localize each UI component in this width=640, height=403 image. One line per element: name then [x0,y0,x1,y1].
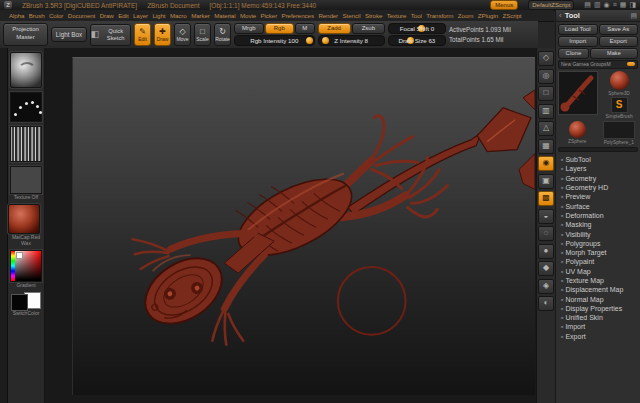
zadd-button[interactable]: Zadd [318,23,351,34]
tool-misc-row[interactable]: New Gamea GroupsM [558,60,638,69]
window-icon[interactable]: ▥ [594,1,601,9]
current-stroke-thumbnail[interactable] [10,92,42,122]
load-tool-button[interactable]: Load Tool [558,24,598,35]
tool-section-item[interactable]: ■ Polypaint [558,257,638,266]
white-corner-swatch[interactable] [16,252,23,259]
tool-section-item[interactable]: ■ Morph Target [558,248,638,257]
tool-section-item[interactable]: ■ Geometry HD [558,183,638,192]
window-icon[interactable]: ◉ [604,1,610,9]
menu-item[interactable]: Stroke [365,12,382,19]
menu-item[interactable]: Preferences [282,12,314,19]
scale-mode-button[interactable]: □ Scale [194,23,211,46]
polysphere-thumbnail[interactable] [603,121,635,139]
menu-item[interactable]: Draw [100,12,114,19]
solo-icon[interactable]: ● [538,244,554,259]
export-button[interactable]: Export [599,36,639,47]
scale-gyro-icon[interactable]: ◈ [538,279,554,294]
rgb-intensity-slider[interactable]: Rgb Intensity 100 [234,35,315,46]
panel-menu-icon[interactable]: ▤ [630,12,637,20]
z-intensity-knob[interactable] [322,37,329,44]
edit-mode-button[interactable]: ✎ Edit [134,23,151,46]
menu-item[interactable]: Texture [387,12,407,19]
frame-icon[interactable]: ▣ [538,174,554,189]
rotate-mode-button[interactable]: ↻ Rotate [214,23,231,46]
ghost-icon[interactable]: ◌ [538,226,554,241]
zoom-icon[interactable]: ◎ [538,69,554,84]
tool-section-item[interactable]: ■ Export [558,332,638,341]
main-color-swatch[interactable] [11,294,28,311]
menu-item[interactable]: Light [153,12,166,19]
focal-shift-slider[interactable]: Focal Shift 0 [388,23,446,34]
menu-item[interactable]: Alpha [9,12,24,19]
menu-item[interactable]: Macro [170,12,187,19]
persp-icon[interactable]: △ [538,121,554,136]
canvas-area[interactable] [45,48,538,403]
menus-button[interactable]: Menus [490,0,518,10]
m-button[interactable]: M [295,23,314,34]
quick-sketch-button[interactable]: ◧ Quick Sketch [90,24,131,46]
menu-item[interactable]: ZPlugin [478,12,498,19]
document-viewport[interactable] [72,57,535,395]
actual-size-icon[interactable]: □ [538,86,554,101]
switch-color[interactable] [11,292,41,310]
window-icon[interactable]: ▦ [620,1,627,9]
local-sym-icon[interactable]: ◉ [538,156,554,171]
transp-icon[interactable]: ◒ [538,209,554,224]
menu-item[interactable]: Edit [118,12,128,19]
tool-section-item[interactable]: ■ Displacement Map [558,285,638,294]
tool-section-item[interactable]: ■ Masking [558,220,638,229]
tool-section-item[interactable]: ■ Surface [558,201,638,210]
move-gyro-icon[interactable]: ◆ [538,261,554,276]
zsub-button[interactable]: Zsub [352,23,385,34]
tool-section-item[interactable]: ■ Normal Map [558,294,638,303]
menu-item[interactable]: Movie [240,12,256,19]
tool-section-item[interactable]: ■ Layers [558,164,638,173]
make-polymesh3d-button[interactable]: Make PolyMesh3D [590,48,638,59]
sphere3d-thumbnail[interactable] [610,71,629,90]
window-icon[interactable]: ≡ [613,1,617,9]
menu-item[interactable]: Tool [411,12,422,19]
import-button[interactable]: Import [558,36,598,47]
menu-item[interactable]: Layer [133,12,148,19]
menu-item[interactable]: Transform [426,12,453,19]
window-icon[interactable]: ◨ [629,1,636,9]
move-mode-button[interactable]: ◇ Move [174,23,191,46]
menu-item[interactable]: Zoom [458,12,473,19]
tool-misc-knob[interactable] [627,62,635,66]
menu-item[interactable]: Render [318,12,338,19]
left-tray-divider[interactable] [0,48,8,403]
menu-item[interactable]: Color [49,12,63,19]
rotate-gyro-icon[interactable]: ◐ [538,296,554,311]
zsphere-thumbnail[interactable] [569,121,586,138]
save-as-button[interactable]: Save As [599,24,639,35]
draw-mode-button[interactable]: ✚ Draw [154,23,171,46]
aa-half-icon[interactable]: ▥ [538,104,554,119]
collapse-icon[interactable]: ‹ [559,11,562,20]
tool-section-item[interactable]: ■ Unified Skin [558,313,638,322]
menu-item[interactable]: Marker [191,12,210,19]
light-box-button[interactable]: Light Box [51,27,87,42]
rgb-button[interactable]: Rgb [265,23,295,34]
mrgb-button[interactable]: Mrgb [234,23,264,34]
tool-section-item[interactable]: ■ SubTool [558,155,638,164]
default-zscript-button[interactable]: DefaultZScript [528,0,574,10]
tool-section-item[interactable]: ■ Deformation [558,211,638,220]
tool-section-item[interactable]: ■ Display Properties [558,304,638,313]
current-alpha-thumbnail[interactable] [10,126,42,162]
current-material-thumbnail[interactable] [8,204,40,234]
menu-item[interactable]: Picker [261,12,278,19]
clone-button[interactable]: Clone [558,48,589,59]
simplebrush-thumbnail[interactable]: S [611,97,628,113]
tool-section-item[interactable]: ■ Visibility [558,229,638,238]
tool-panel-header[interactable]: ‹ Tool ▤ [556,10,640,22]
tool-section-item[interactable]: ■ Polygroups [558,239,638,248]
inventory-scrollbar[interactable] [558,147,638,152]
z-intensity-slider[interactable]: Z Intensity 8 [318,35,385,46]
scroll-icon[interactable]: ◇ [538,51,554,66]
rgb-intensity-knob[interactable] [306,37,313,44]
draw-size-slider[interactable]: Draw Size 63 [388,35,446,46]
polyframe-icon[interactable]: ▩ [538,191,554,206]
tool-section-item[interactable]: ■ Import [558,322,638,331]
projection-master-button[interactable]: Projection Master [3,23,48,46]
menu-item[interactable]: Document [68,12,95,19]
